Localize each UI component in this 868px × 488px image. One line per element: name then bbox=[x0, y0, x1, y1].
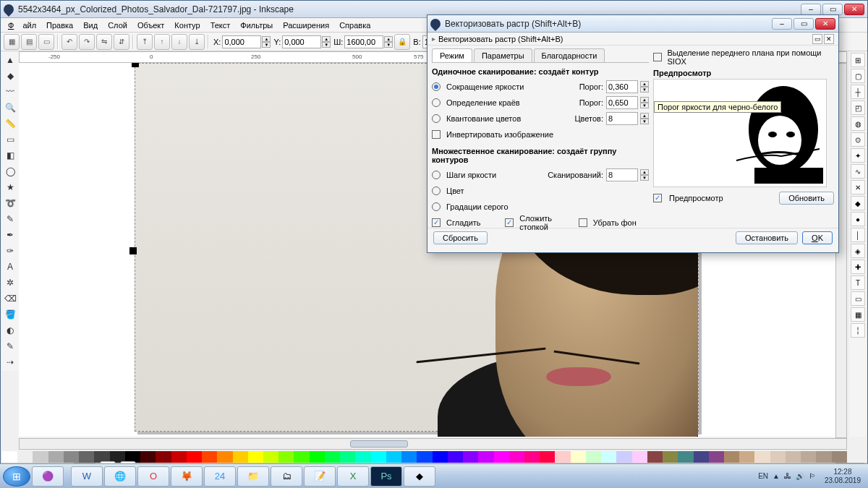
calligraphy-tool-icon[interactable]: ✑ bbox=[3, 244, 17, 258]
swatch[interactable] bbox=[770, 451, 786, 463]
ok-button[interactable]: OK bbox=[802, 231, 833, 244]
swatch[interactable] bbox=[417, 451, 432, 463]
swatch[interactable] bbox=[171, 451, 187, 463]
tweak-tool-icon[interactable]: 〰 bbox=[3, 85, 17, 99]
scans-input[interactable] bbox=[606, 168, 638, 181]
threshold1-input[interactable] bbox=[606, 80, 638, 93]
swatch[interactable] bbox=[786, 451, 801, 463]
swatch[interactable] bbox=[540, 451, 555, 463]
swatch[interactable] bbox=[647, 451, 663, 463]
dropper-tool-icon[interactable]: ✎ bbox=[3, 339, 17, 354]
text-tool-icon[interactable]: A bbox=[3, 260, 17, 274]
swatch[interactable] bbox=[401, 451, 417, 463]
label-bsteps[interactable]: Шаги яркости bbox=[446, 171, 535, 179]
swatch[interactable] bbox=[739, 451, 754, 463]
label-brightness[interactable]: Сокращение яркости bbox=[446, 82, 535, 91]
swatch[interactable] bbox=[140, 451, 156, 463]
swatch[interactable] bbox=[217, 451, 232, 463]
menu-layer[interactable]: Слой bbox=[103, 20, 132, 31]
menu-path[interactable]: Контур bbox=[170, 20, 204, 31]
dialog-close-button[interactable]: ✕ bbox=[815, 18, 835, 30]
label-rmbg[interactable]: Убрать фон bbox=[593, 218, 649, 227]
rotate-cw-icon[interactable]: ↷ bbox=[79, 34, 95, 50]
taskbar-chrome-icon[interactable]: 🌐 bbox=[104, 466, 136, 487]
label-edges[interactable]: Определение краёв bbox=[446, 98, 535, 107]
update-button[interactable]: Обновить bbox=[779, 192, 834, 205]
minimize-button[interactable]: – bbox=[801, 4, 821, 15]
check-stack[interactable] bbox=[505, 218, 514, 227]
swatch[interactable] bbox=[340, 451, 355, 463]
radio-quant[interactable] bbox=[432, 114, 441, 123]
taskbar-opera-icon[interactable]: O bbox=[137, 466, 169, 487]
swatch[interactable] bbox=[263, 451, 278, 463]
swatch[interactable] bbox=[801, 451, 816, 463]
lower-icon[interactable]: ↓ bbox=[171, 34, 187, 50]
taskbar-calendar-icon[interactable]: 24 bbox=[204, 466, 236, 487]
colors-input[interactable] bbox=[606, 112, 638, 125]
handle-tl[interactable] bbox=[132, 63, 139, 67]
check-rmbg[interactable] bbox=[579, 218, 587, 227]
swatch[interactable] bbox=[248, 451, 263, 463]
taskbar-inkscape-icon[interactable]: ◆ bbox=[404, 466, 435, 487]
snap-line-mid-icon[interactable]: │ bbox=[851, 228, 865, 242]
tray-sound-icon[interactable]: 🔊 bbox=[796, 472, 804, 480]
swatch[interactable] bbox=[355, 451, 370, 463]
swatch[interactable] bbox=[48, 451, 64, 463]
snap-toggle-icon[interactable]: ⊞ bbox=[851, 53, 865, 67]
menu-text[interactable]: Текст bbox=[206, 20, 235, 31]
swatch[interactable] bbox=[64, 451, 79, 463]
swatch[interactable] bbox=[202, 451, 217, 463]
snap-smooth-icon[interactable]: ● bbox=[851, 212, 865, 226]
swatch[interactable] bbox=[663, 451, 678, 463]
dock-icon[interactable]: ▭ bbox=[812, 34, 822, 44]
swatch[interactable] bbox=[371, 451, 386, 463]
swatch[interactable] bbox=[478, 451, 493, 463]
tray-clock[interactable]: 12:28 23.08.2019 bbox=[820, 468, 865, 485]
swatch[interactable] bbox=[678, 451, 693, 463]
star-tool-icon[interactable]: ★ bbox=[3, 180, 17, 194]
snap-object-mid-icon[interactable]: ◈ bbox=[851, 244, 865, 258]
swatch[interactable] bbox=[33, 451, 48, 463]
label-preview[interactable]: Предпросмотр bbox=[669, 194, 723, 202]
swatch[interactable] bbox=[325, 451, 340, 463]
threshold1-spinner[interactable]: ▲▼ bbox=[640, 81, 649, 93]
radio-edges[interactable] bbox=[432, 98, 441, 107]
swatch[interactable] bbox=[601, 451, 616, 463]
sel-layer-icon[interactable]: ▤ bbox=[21, 34, 37, 50]
3dbox-tool-icon[interactable]: ◧ bbox=[3, 148, 17, 163]
sel-all-icon[interactable]: ▦ bbox=[4, 34, 20, 50]
scans-spinner[interactable]: ▲▼ bbox=[640, 169, 649, 181]
swatch[interactable] bbox=[754, 451, 770, 463]
w-input[interactable] bbox=[344, 35, 383, 48]
trace-bitmap-dialog[interactable]: Векторизовать растр (Shift+Alt+B) – ▭ ✕ … bbox=[427, 14, 839, 253]
close-button[interactable]: ✕ bbox=[844, 4, 864, 15]
swatch[interactable] bbox=[509, 451, 524, 463]
taskbar-explorer-icon[interactable]: 📁 bbox=[237, 466, 269, 487]
windows-taskbar[interactable]: ⊞ 🟣 W 🌐 O 🦊 24 📁 🗂 📝 X Ps ◆ EN ▲ 🖧 🔊 🏳 1… bbox=[0, 463, 868, 488]
check-siox[interactable] bbox=[653, 53, 662, 61]
swatch[interactable] bbox=[294, 451, 309, 463]
menu-view[interactable]: Вид bbox=[79, 20, 102, 31]
swatch[interactable] bbox=[278, 451, 294, 463]
system-tray[interactable]: EN ▲ 🖧 🔊 🏳 12:28 23.08.2019 bbox=[758, 468, 865, 485]
bezier-tool-icon[interactable]: ✒ bbox=[3, 228, 17, 242]
swatch[interactable] bbox=[494, 451, 509, 463]
sub-close-icon[interactable]: ✕ bbox=[824, 34, 834, 44]
snap-bbox-icon[interactable]: ▢ bbox=[851, 69, 865, 83]
label-quant[interactable]: Квантование цветов bbox=[446, 114, 535, 123]
swatch[interactable] bbox=[586, 451, 601, 463]
desel-icon[interactable]: ▭ bbox=[38, 34, 54, 50]
snap-text-icon[interactable]: T bbox=[851, 275, 865, 290]
check-preview[interactable] bbox=[653, 194, 662, 202]
snap-edge-icon[interactable]: ┼ bbox=[851, 85, 865, 99]
stop-button[interactable]: Остановить bbox=[736, 231, 798, 244]
x-spinner[interactable]: ▲▼ bbox=[262, 36, 271, 48]
snap-cusp-icon[interactable]: ◆ bbox=[851, 196, 865, 210]
selector-tool-icon[interactable]: ▲ bbox=[3, 53, 17, 67]
gradient-tool-icon[interactable]: ◐ bbox=[3, 323, 17, 338]
snap-path-icon[interactable]: ∿ bbox=[851, 164, 865, 179]
swatch[interactable] bbox=[2, 451, 17, 463]
label-smooth[interactable]: Сгладить bbox=[446, 218, 502, 227]
swatch[interactable] bbox=[433, 451, 448, 463]
raise-icon[interactable]: ↑ bbox=[154, 34, 170, 50]
